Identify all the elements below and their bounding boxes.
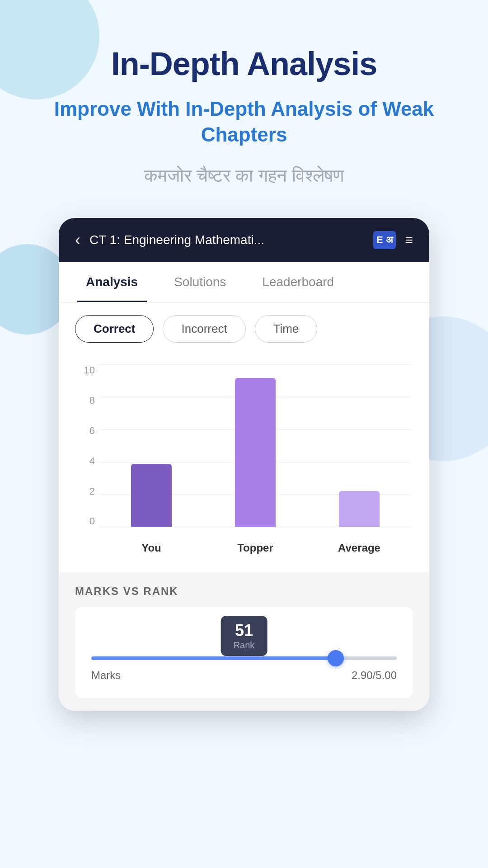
menu-icon[interactable]: ≡ [405, 232, 413, 248]
marks-row: Marks 2.90/5.00 [91, 669, 397, 682]
bar-topper [235, 378, 276, 527]
header-title: CT 1: Engineering Mathemati... [89, 233, 364, 247]
tab-leaderboard[interactable]: Leaderboard [244, 262, 352, 302]
marks-value: 2.90/5.00 [352, 669, 397, 682]
tabs-row: Analysis Solutions Leaderboard [59, 262, 429, 302]
x-label-topper: Topper [228, 542, 282, 554]
hindi-subtitle: कमजोर चैष्टर का गहन विश्लेषण [144, 165, 343, 186]
filter-correct-button[interactable]: Correct [75, 315, 154, 343]
filter-row: Correct Incorrect Time [59, 302, 429, 355]
tab-solutions[interactable]: Solutions [156, 262, 244, 302]
phone-mockup: ‹ CT 1: Engineering Mathemati... E अ ≡ A… [59, 218, 429, 711]
marks-key-label: Marks [91, 669, 121, 682]
back-button[interactable]: ‹ [75, 231, 80, 250]
slider-thumb[interactable] [328, 650, 344, 666]
page-main-title: In-Depth Analysis [111, 45, 377, 82]
x-label-you: You [124, 542, 178, 554]
bar-group-average [339, 491, 380, 527]
slider-track [91, 656, 397, 660]
y-label-4: 4 [77, 455, 95, 467]
bar-group-you [131, 464, 172, 527]
chart-container: 0 2 4 6 8 10 [59, 355, 429, 572]
bar-group-topper [235, 378, 276, 527]
y-label-10: 10 [77, 364, 95, 376]
bar-you [131, 464, 172, 527]
book-icon[interactable]: E अ [373, 231, 396, 249]
filter-incorrect-button[interactable]: Incorrect [163, 315, 245, 343]
x-label-average: Average [332, 542, 386, 554]
y-axis: 0 2 4 6 8 10 [77, 364, 95, 527]
y-label-6: 6 [77, 425, 95, 437]
y-label-8: 8 [77, 395, 95, 406]
marks-vs-rank-title: MARKS VS RANK [75, 585, 413, 598]
filter-time-button[interactable]: Time [255, 315, 318, 343]
y-label-2: 2 [77, 486, 95, 497]
rank-number: 51 [234, 621, 255, 640]
chart-area: 0 2 4 6 8 10 [77, 364, 411, 554]
x-labels: You Topper Average [99, 542, 411, 554]
tab-analysis[interactable]: Analysis [68, 262, 156, 302]
rank-label: Rank [234, 640, 255, 650]
page-subtitle: Improve With In-Depth Analysis of Weak C… [0, 96, 488, 147]
header-icons: E अ ≡ [373, 231, 413, 249]
marks-card: 51 Rank Marks 2.90/5.00 [75, 607, 413, 698]
rank-badge: 51 Rank [221, 616, 267, 656]
phone-header: ‹ CT 1: Engineering Mathemati... E अ ≡ [59, 218, 429, 262]
slider-container[interactable] [91, 656, 397, 660]
marks-vs-rank-section: MARKS VS RANK 51 Rank Marks 2.90/5.00 [59, 572, 429, 711]
y-label-0: 0 [77, 515, 95, 527]
bar-average [339, 491, 380, 527]
bars-row [99, 364, 411, 527]
